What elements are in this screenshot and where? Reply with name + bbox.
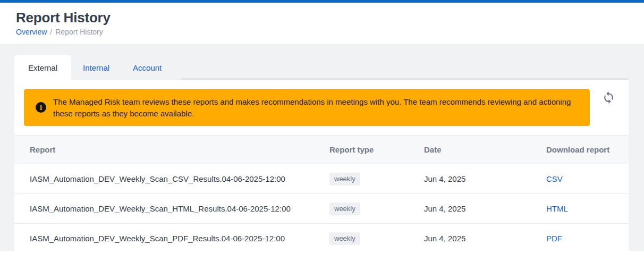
report-date: Jun 4, 2025	[424, 194, 546, 224]
tab-account[interactable]: Account	[121, 55, 173, 80]
download-link-html[interactable]: HTML	[546, 204, 568, 213]
download-link-csv[interactable]: CSV	[546, 174, 563, 183]
breadcrumb-current: Report History	[55, 28, 103, 36]
breadcrumb-separator: /	[50, 28, 52, 36]
page-body: External Internal Account i The Managed …	[0, 44, 644, 251]
info-icon: i	[36, 102, 46, 113]
refresh-button[interactable]	[602, 91, 615, 104]
report-date: Jun 4, 2025	[424, 164, 546, 194]
report-name: IASM_Automation_DEV_Weekly_Scan_CSV_Resu…	[14, 164, 329, 194]
tab-bar: External Internal Account	[14, 55, 629, 80]
page-title: Report History	[16, 9, 628, 26]
tab-external[interactable]: External	[14, 55, 71, 80]
info-banner-text: The Managed Risk team reviews these repo…	[53, 96, 579, 120]
column-header-report: Report	[14, 136, 329, 164]
report-name: IASM_Automation_DEV_Weekly_Scan_PDF_Resu…	[14, 224, 329, 253]
column-header-report-type: Report type	[329, 136, 424, 164]
panel-toolbar: i The Managed Risk team reviews these re…	[14, 80, 629, 126]
column-header-download-report: Download report	[546, 136, 629, 164]
report-type-badge: weekly	[329, 232, 360, 245]
refresh-icon	[602, 91, 615, 104]
content-panel: i The Managed Risk team reviews these re…	[14, 80, 629, 253]
table-header-row: Report Report type Date Download report	[14, 136, 629, 164]
table-row: IASM_Automation_DEV_Weekly_Scan_CSV_Resu…	[14, 164, 629, 194]
report-date: Jun 4, 2025	[424, 224, 546, 253]
tab-internal[interactable]: Internal	[71, 55, 121, 80]
download-link-pdf[interactable]: PDF	[546, 234, 562, 243]
info-banner: i The Managed Risk team reviews these re…	[24, 89, 590, 126]
report-history-table: Report Report type Date Download report …	[14, 135, 629, 253]
page-header: Report History Overview/Report History	[0, 3, 644, 44]
table-row: IASM_Automation_DEV_Weekly_Scan_PDF_Resu…	[14, 224, 629, 253]
tab-row-shadow	[181, 78, 629, 80]
column-header-date: Date	[424, 136, 546, 164]
report-type-badge: weekly	[329, 173, 360, 185]
report-name: IASM_Automation_DEV_Weekly_Scan_HTML_Res…	[14, 194, 329, 224]
breadcrumb-link-overview[interactable]: Overview	[16, 28, 47, 36]
breadcrumb: Overview/Report History	[16, 28, 628, 36]
report-type-badge: weekly	[329, 203, 360, 215]
table-row: IASM_Automation_DEV_Weekly_Scan_HTML_Res…	[14, 194, 629, 224]
